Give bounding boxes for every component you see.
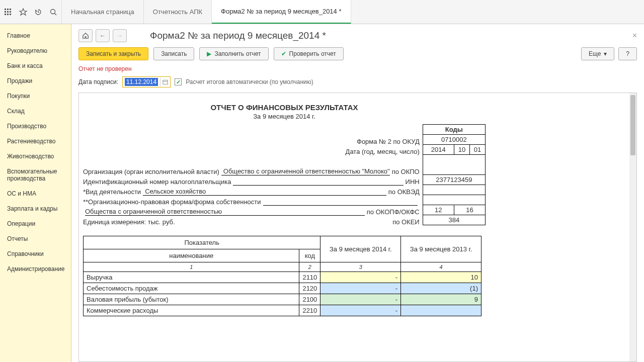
sidebar-item-reports[interactable]: Отчеты — [0, 231, 71, 246]
sidebar-item-purchases[interactable]: Покупки — [0, 88, 71, 104]
cell-name: Выручка — [84, 272, 299, 283]
numrow-1: 1 — [84, 262, 299, 272]
cell-v2[interactable]: 10 — [401, 272, 481, 283]
signature-date-value: 11.12.2014 — [125, 78, 158, 86]
fill-report-button[interactable]: ▶ Заполнить отчет — [199, 47, 268, 60]
unit-label: Единица измерения: тыс. руб. — [83, 218, 175, 226]
sidebar-item-payroll[interactable]: Зарплата и кадры — [0, 201, 71, 216]
data-table: Показатель За 9 месяцев 2014 г. За 9 мес… — [83, 236, 481, 316]
svg-line-10 — [55, 13, 57, 15]
cell-code: 2120 — [299, 283, 320, 294]
calendar-icon[interactable] — [160, 78, 168, 86]
more-label: Еще — [589, 50, 601, 57]
okpo-label: по ОКПО — [392, 168, 420, 175]
help-button[interactable]: ? — [618, 47, 637, 60]
activity-label: *Вид деятельности — [83, 188, 141, 196]
home-button[interactable] — [78, 29, 93, 42]
svg-point-9 — [51, 9, 55, 14]
check-report-label: Проверить отчет — [289, 50, 336, 57]
star-icon[interactable] — [19, 8, 27, 16]
auto-calc-checkbox[interactable]: ✓ — [175, 78, 182, 85]
sidebar-item-operations[interactable]: Операции — [0, 216, 71, 231]
save-close-button[interactable]: Записать и закрыть — [78, 47, 148, 60]
okopf-label: по ОКОПФ/ОКФС — [367, 208, 420, 216]
top-toolbar: Начальная страница Отчетность АПК Форма2… — [0, 0, 644, 24]
forward-button[interactable]: → — [113, 29, 127, 42]
report-canvas: ОТЧЕТ О ФИНАНСОВЫХ РЕЗУЛЬТАТАХ За 9 меся… — [78, 93, 637, 362]
sidebar-item-assets[interactable]: ОС и НМА — [0, 186, 71, 201]
col-name: наименование — [84, 249, 299, 262]
svg-rect-1 — [7, 9, 9, 10]
sidebar-item-manager[interactable]: Руководителю — [0, 43, 71, 58]
check-icon: ✔ — [281, 50, 286, 57]
okei-value: 384 — [423, 215, 485, 225]
cell-name: Валовая прибыль (убыток) — [84, 294, 299, 305]
okopf-value-2: 16 — [454, 205, 485, 215]
signature-date-input[interactable]: 11.12.2014 — [122, 76, 171, 87]
tab-bar: Начальная страница Отчетность АПК Форма2… — [62, 0, 351, 24]
sidebar-item-livestock[interactable]: Животноводство — [0, 149, 71, 164]
sidebar-item-bank[interactable]: Банк и касса — [0, 58, 71, 73]
activity-value: Сельское хозяйство — [143, 188, 386, 196]
scrollbar-thumb[interactable] — [630, 95, 635, 155]
svg-rect-7 — [7, 14, 9, 15]
sidebar-item-main[interactable]: Главное — [0, 28, 71, 43]
svg-rect-4 — [7, 11, 9, 13]
svg-rect-6 — [5, 14, 6, 15]
cell-name: Коммерческие расходы — [84, 305, 299, 316]
date-year: 2014 — [423, 145, 454, 155]
col-code: код — [299, 249, 320, 262]
col-period2: За 9 месяцев 2013 г. — [401, 236, 481, 262]
svg-rect-11 — [163, 80, 168, 84]
svg-rect-8 — [10, 14, 11, 15]
cell-name: Себестоимость продаж — [84, 283, 299, 294]
inn-value: 2377123459 — [423, 175, 485, 185]
table-row: Коммерческие расходы 2210 - — [84, 305, 481, 316]
col-period1: За 9 месяцев 2014 г. — [320, 236, 401, 262]
sidebar-item-aux[interactable]: Вспомогательные производства — [0, 164, 71, 186]
form-label: **Организационно-правовая форма/форма со… — [83, 198, 261, 206]
sidebar-item-admin[interactable]: Администрирование — [0, 261, 71, 277]
apps-icon[interactable] — [4, 8, 12, 16]
play-icon: ▶ — [207, 50, 211, 57]
sidebar: Главное Руководителю Банк и касса Продаж… — [0, 24, 71, 362]
tab-form2[interactable]: Форма2 № за период 9 месяцев_2014 * — [212, 0, 351, 24]
date-label: Дата (год, месяц, число) — [346, 148, 420, 155]
status-text: Отчет не проверен — [71, 64, 644, 73]
cell-v1[interactable]: - — [320, 272, 401, 283]
scrollbar-vertical[interactable] — [629, 93, 636, 361]
org-label: Организация (орган исполнительной власти… — [83, 168, 219, 175]
fill-report-label: Заполнить отчет — [214, 50, 261, 57]
cell-v2[interactable]: (1) — [401, 283, 481, 294]
sidebar-item-production[interactable]: Производство — [0, 119, 71, 134]
table-row: Себестоимость продаж 2120 - (1) — [84, 283, 481, 294]
date-day: 01 — [469, 145, 485, 155]
tab-home[interactable]: Начальная страница — [62, 0, 144, 24]
codes-table: Коды 0710002 2014 10 01 2377123459 — [423, 124, 486, 225]
cell-v1[interactable]: - — [320, 283, 401, 294]
sidebar-item-crops[interactable]: Растениеводство — [0, 134, 71, 149]
check-report-button[interactable]: ✔ Проверить отчет — [274, 47, 344, 60]
cell-code: 2110 — [299, 272, 320, 283]
okved-value — [423, 185, 485, 195]
cell-v2[interactable] — [401, 305, 481, 316]
history-icon[interactable] — [34, 8, 42, 16]
chevron-down-icon: ▾ — [604, 50, 607, 57]
inn-code-label: ИНН — [406, 178, 420, 186]
back-button[interactable]: ← — [96, 29, 110, 42]
tab-reporting[interactable]: Отчетность АПК — [144, 0, 212, 24]
cell-v1[interactable]: - — [320, 305, 401, 316]
cell-v1[interactable]: - — [320, 294, 401, 305]
signature-date-label: Дата подписи: — [78, 78, 118, 85]
save-button[interactable]: Записать — [153, 47, 194, 60]
col-indicator: Показатель — [84, 236, 320, 249]
svg-rect-5 — [10, 11, 11, 13]
content-area: × ← → Форма2 № за период 9 месяцев_2014 … — [71, 24, 644, 362]
sidebar-item-sales[interactable]: Продажи — [0, 73, 71, 88]
sidebar-item-stock[interactable]: Склад — [0, 104, 71, 119]
sidebar-item-catalogs[interactable]: Справочники — [0, 246, 71, 261]
search-icon[interactable] — [49, 8, 57, 16]
cell-v2[interactable]: 9 — [401, 294, 481, 305]
close-icon[interactable]: × — [632, 31, 637, 40]
more-button[interactable]: Еще ▾ — [581, 47, 614, 60]
